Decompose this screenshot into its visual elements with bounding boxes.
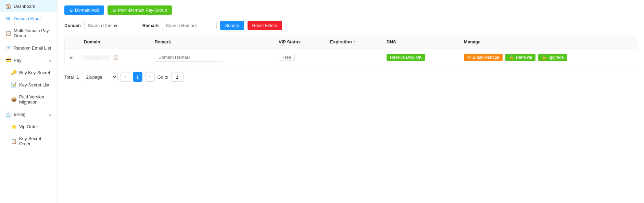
sidebar-item-multi-domain[interactable]: 📋 Multi-Domain Pay-Group	[0, 25, 57, 42]
billing-section-header[interactable]: 🧾 Billing ▲	[0, 108, 57, 120]
pagination: Total 1 10/page 20/page 50/page 100/page…	[64, 72, 637, 82]
expiration-cell	[325, 49, 381, 66]
sidebar-item-vip-order[interactable]: ⭐ Vip Order	[0, 120, 57, 133]
billing-icon: 🧾	[5, 111, 11, 117]
main-content: ⊕ Domain Add ⊕ Multi-Domain Pay-Group Do…	[58, 0, 644, 203]
col-expand	[65, 35, 78, 49]
renewal-button[interactable]: 🔒 Renewal	[505, 54, 535, 61]
sidebar-item-key-secret-order[interactable]: 📋 Key-Secret Order	[0, 133, 57, 150]
total-value: 1	[76, 75, 79, 80]
sidebar-item-paid-version-migration[interactable]: 📦 Paid Version Migration	[0, 91, 57, 108]
vip-order-icon: ⭐	[11, 124, 16, 129]
pay-icon: 💳	[5, 57, 11, 63]
table-header-row: Domain Remark VIP Status Expiration ↕ DN…	[65, 35, 637, 49]
col-expiration: Expiration ↕	[325, 35, 381, 49]
table-wrapper: Domain Remark VIP Status Expiration ↕ DN…	[64, 35, 637, 66]
domain-search-input[interactable]	[84, 21, 139, 30]
sidebar-item-buy-key-secret-label: Buy Key-Secret	[19, 70, 50, 75]
sidebar-item-key-secret-list[interactable]: 📝 Key-Secret List	[0, 79, 57, 91]
paid-migration-icon: 📦	[11, 97, 16, 102]
domain-table: Domain Remark VIP Status Expiration ↕ DN…	[65, 35, 637, 66]
pay-section-label: Pay	[14, 58, 21, 63]
billing-section-arrow: ▲	[48, 112, 52, 116]
random-email-icon: 📧	[5, 45, 11, 51]
vip-status-cell: Free	[273, 49, 325, 66]
domain-cell: example.com 📋	[78, 49, 149, 66]
vip-status-badge: Free	[279, 54, 295, 61]
email-icon: ✉	[467, 55, 471, 60]
sidebar-item-random-email-label: Random Email List	[14, 45, 51, 51]
pay-section-header[interactable]: 💳 Pay ▲	[0, 54, 57, 66]
domain-add-label: Domain Add	[75, 8, 99, 13]
goto-input[interactable]	[171, 72, 184, 82]
email-manage-button[interactable]: ✉ Email Manage	[464, 54, 503, 61]
domain-filter-label: Domain	[64, 23, 81, 28]
next-page-button[interactable]: ›	[145, 72, 155, 82]
sidebar-item-key-secret-order-label: Key-Secret Order	[19, 136, 52, 146]
remark-search-input[interactable]	[162, 21, 217, 30]
expand-cell: ▶	[65, 49, 78, 66]
sidebar-item-paid-migration-label: Paid Version Migration	[19, 94, 52, 105]
sidebar-item-buy-key-secret[interactable]: 🔑 Buy Key-Secret	[0, 66, 57, 79]
multi-domain-pay-group-button[interactable]: ⊕ Multi-Domain Pay-Group	[108, 5, 172, 15]
manage-cell: ✉ Email Manage 🔒 Renewal 🔒 upgrade	[458, 49, 637, 66]
dns-cell: Receive DNS OK	[381, 49, 458, 66]
billing-section-label: Billing	[14, 112, 26, 117]
email-manage-label: Email Manage	[473, 55, 499, 60]
sidebar-item-dashboard-label: Dashboard	[14, 4, 36, 9]
total-label: Total	[64, 75, 74, 80]
upgrade-button[interactable]: 🔒 upgrade	[538, 54, 567, 61]
renewal-icon: 🔒	[509, 55, 514, 60]
table-row: ▶ example.com 📋 Free	[65, 49, 637, 66]
sidebar-item-multi-domain-label: Multi-Domain Pay-Group	[14, 28, 52, 38]
sidebar-item-key-secret-list-label: Key-Secret List	[19, 82, 49, 87]
copy-icon[interactable]: 📋	[113, 55, 118, 60]
sidebar-item-domain-email-label: Domain Email	[14, 16, 41, 21]
domain-email-icon: ✉	[5, 16, 11, 21]
page-1-label: 1	[136, 75, 139, 80]
expand-icon[interactable]: ▶	[70, 55, 73, 59]
remark-input[interactable]	[155, 53, 223, 62]
col-remark: Remark	[149, 35, 273, 49]
sidebar-item-dashboard[interactable]: 🏠 Dashboard	[0, 0, 57, 12]
filter-row: Domain Remark Search Reset Filters	[64, 21, 637, 30]
sidebar-item-random-email[interactable]: 📧 Random Email List	[0, 42, 57, 54]
key-secret-list-icon: 📝	[11, 82, 16, 87]
buy-key-secret-icon: 🔑	[11, 70, 16, 75]
col-vip-status: VIP Status	[273, 35, 325, 49]
col-dns: DNS	[381, 35, 458, 49]
search-label: Search	[225, 23, 239, 28]
sidebar-item-domain-email[interactable]: ✉ Domain Email	[0, 12, 57, 25]
domain-value: example.com	[84, 55, 110, 60]
domain-add-button[interactable]: ⊕ Domain Add	[64, 5, 104, 15]
multi-domain-icon-btn: ⊕	[112, 8, 116, 13]
per-page-select[interactable]: 10/page 20/page 50/page 100/page	[82, 73, 118, 81]
remark-filter-label: Remark	[142, 23, 159, 28]
toolbar: ⊕ Domain Add ⊕ Multi-Domain Pay-Group	[64, 5, 637, 15]
dashboard-icon: 🏠	[5, 3, 11, 9]
multi-domain-icon: 📋	[5, 30, 11, 36]
dns-badge: Receive DNS OK	[387, 54, 425, 61]
renewal-label: Renewal	[516, 55, 532, 60]
col-domain: Domain	[78, 35, 149, 49]
key-secret-order-icon: 📋	[11, 138, 16, 144]
remark-cell[interactable]	[149, 49, 273, 66]
reset-filters-button[interactable]: Reset Filters	[248, 21, 282, 30]
goto-label: Go to	[157, 75, 168, 80]
pay-section-arrow: ▲	[48, 58, 52, 62]
upgrade-icon: 🔒	[542, 55, 547, 60]
upgrade-label: upgrade	[549, 55, 564, 60]
sidebar-item-vip-order-label: Vip Order	[19, 124, 38, 129]
search-button[interactable]: Search	[220, 21, 244, 30]
domain-add-icon: ⊕	[69, 8, 73, 13]
reset-label: Reset Filters	[252, 23, 277, 28]
multi-domain-pay-group-label: Multi-Domain Pay-Group	[118, 8, 167, 13]
col-manage: Manage	[458, 35, 637, 49]
page-1-button[interactable]: 1	[133, 72, 142, 82]
prev-page-button[interactable]: ‹	[121, 72, 130, 82]
sidebar: 🏠 Dashboard ✉ Domain Email 📋 Multi-Domai…	[0, 0, 58, 203]
